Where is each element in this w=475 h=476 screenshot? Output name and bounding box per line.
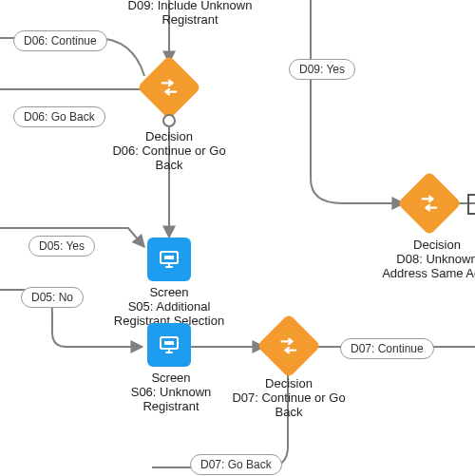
node-screen-s05[interactable] xyxy=(147,238,191,281)
edge-label-d05-yes[interactable]: D05: Yes xyxy=(28,236,95,257)
node-decision-d07[interactable] xyxy=(266,323,312,369)
node-d08-label: Decision D08: Unknown Address Same Addr xyxy=(380,238,475,280)
edge-label-d09-yes[interactable]: D09: Yes xyxy=(289,59,355,80)
node-s06-label: Screen S06: Unknown Registrant xyxy=(114,371,228,413)
screen-icon xyxy=(147,323,191,367)
d09-header-label: D09: Include Unknown Registrant xyxy=(114,0,266,27)
node-d07-label: Decision D07: Continue or Go Back xyxy=(232,376,346,419)
edge-label-d05-no[interactable]: D05: No xyxy=(21,287,84,308)
svg-rect-3 xyxy=(164,341,174,345)
edge-end-bar xyxy=(467,194,469,215)
decision-icon xyxy=(397,171,462,236)
decision-icon xyxy=(137,55,201,120)
node-d06-label: Decision D06: Continue or Go Back xyxy=(112,129,226,172)
node-screen-s06[interactable] xyxy=(147,323,191,367)
screen-icon xyxy=(147,238,191,281)
edge-label-d07-goback[interactable]: D07: Go Back xyxy=(190,454,282,475)
decision-icon xyxy=(256,314,321,378)
connector-ring xyxy=(162,114,176,127)
flow-canvas[interactable]: D09: Include Unknown Registrant Decision… xyxy=(0,0,475,476)
node-decision-d08[interactable] xyxy=(407,181,452,226)
edge-label-d06-continue[interactable]: D06: Continue xyxy=(13,30,107,51)
edge-label-d06-goback[interactable]: D06: Go Back xyxy=(13,106,105,127)
svg-rect-1 xyxy=(164,256,174,259)
edge-label-d07-continue[interactable]: D07: Continue xyxy=(340,338,434,359)
node-decision-d06[interactable] xyxy=(146,65,192,110)
node-s05-label: Screen S05: Additional Registrant Select… xyxy=(104,285,234,328)
